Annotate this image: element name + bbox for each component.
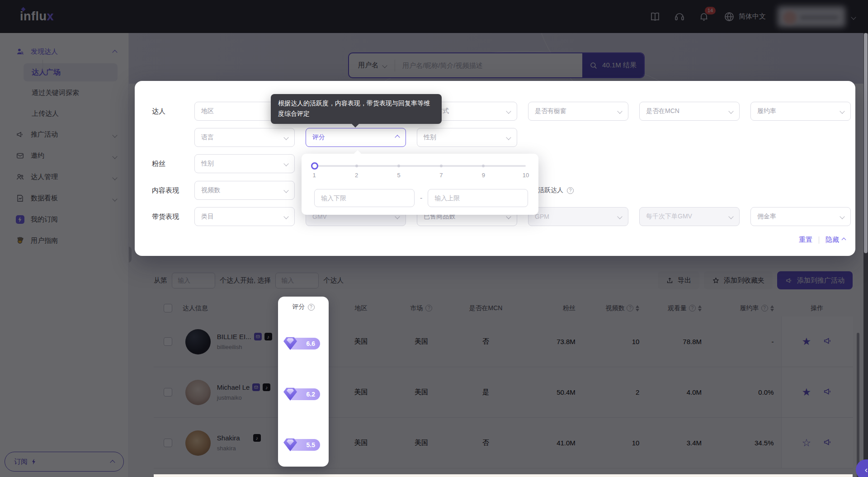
chevron-down-icon	[840, 109, 844, 113]
fulfillment-filter-dropdown[interactable]: 履约率	[750, 102, 851, 121]
gem-icon	[283, 438, 297, 451]
rating-column-header: 评分	[278, 303, 329, 311]
chevron-up-icon	[395, 135, 400, 140]
chevron-down-icon	[506, 135, 511, 140]
chevron-up-icon	[842, 238, 846, 242]
rating-column-spotlight: 评分 6.6 6.2 5.5	[278, 297, 329, 467]
rating-filter-dropdown[interactable]: 评分	[306, 128, 406, 147]
rating-min-input[interactable]	[314, 189, 415, 207]
commission-filter-dropdown[interactable]: 佣金率	[750, 207, 851, 226]
gender-filter-dropdown[interactable]: 性别	[417, 128, 517, 147]
app-root: influx 14 简体中文 发现达人	[0, 0, 868, 477]
rating-slider-ticks: 1 2 5 7 9 10	[314, 172, 526, 180]
range-separator: -	[420, 194, 422, 202]
chevron-down-icon	[283, 214, 288, 219]
rating-badge: 5.5	[287, 439, 320, 451]
tooltip-arrow	[351, 123, 359, 128]
filter-row-creator-2: 语言 评分 性别	[194, 128, 517, 147]
gem-icon	[283, 336, 297, 350]
chevron-down-icon	[506, 109, 511, 113]
hide-filters-link[interactable]: 隐藏	[826, 236, 845, 244]
gmv-per-1k-filter-dropdown: 每千次下单GMV	[639, 207, 740, 226]
rating-badge: 6.2	[287, 388, 320, 400]
chevron-down-icon	[283, 161, 288, 166]
filter-row-label-creator: 达人	[152, 102, 165, 121]
rating-range-inputs: -	[314, 189, 528, 207]
reset-filters-link[interactable]: 重置	[799, 236, 812, 244]
video-count-filter-dropdown[interactable]: 视频数	[194, 181, 295, 200]
chevron-down-icon	[728, 214, 733, 219]
chevron-down-icon	[840, 214, 844, 219]
chevron-down-icon	[283, 188, 288, 193]
window-scrollbar[interactable]	[863, 33, 868, 477]
chevron-down-icon	[283, 135, 288, 140]
chevron-down-icon	[617, 214, 622, 219]
scrollbar-thumb[interactable]	[864, 33, 868, 253]
rating-slider-popup: 1 2 5 7 9 10 -	[302, 154, 538, 215]
rating-max-input[interactable]	[428, 189, 528, 207]
showcase-filter-dropdown[interactable]: 是否有橱窗	[528, 102, 628, 121]
gem-icon	[283, 387, 297, 401]
chevron-left-icon: ‹	[865, 465, 868, 475]
rating-slider-handle[interactable]	[311, 162, 318, 170]
language-filter-dropdown[interactable]: 语言	[194, 128, 295, 147]
chevron-down-icon	[506, 214, 511, 219]
filter-footer: 重置 隐藏	[799, 236, 845, 244]
help-icon[interactable]	[567, 187, 574, 194]
help-icon[interactable]	[308, 304, 315, 311]
page-bottom-strip	[154, 474, 853, 477]
fans-gender-filter-dropdown[interactable]: 性别	[194, 154, 295, 173]
filter-row-label-fans: 粉丝	[152, 154, 165, 173]
mcn-filter-dropdown[interactable]: 是否在MCN	[639, 102, 740, 121]
filter-row-label-sales: 带货表现	[152, 207, 179, 226]
rating-badge: 6.6	[287, 338, 320, 349]
rating-tooltip: 根据达人的活跃度，内容表现，带货表现与回复率等维度综合评定	[271, 94, 442, 124]
filter-row-content: 视频数	[194, 181, 295, 200]
chevron-down-icon	[617, 109, 622, 113]
rating-slider-track[interactable]	[314, 165, 526, 167]
category-filter-dropdown[interactable]: 类目	[194, 207, 295, 226]
filter-row-label-content: 内容表现	[152, 181, 179, 200]
filter-row-fans: 性别	[194, 154, 295, 173]
gpm-filter-dropdown: GPM	[528, 207, 628, 226]
chevron-down-icon	[395, 214, 400, 219]
chevron-down-icon	[728, 109, 733, 113]
